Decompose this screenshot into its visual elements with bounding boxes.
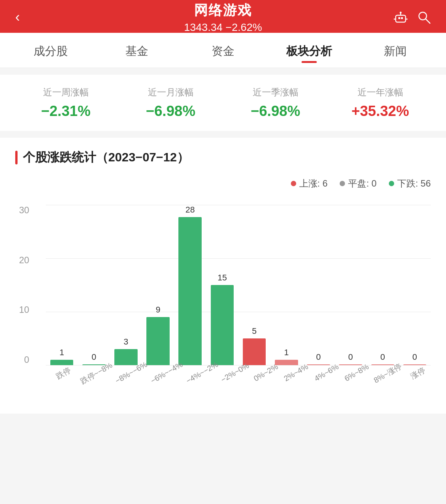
stats-title: 个股涨跌统计（2023−07−12） (15, 149, 431, 166)
bar-group: 3 (110, 205, 142, 365)
search-icon[interactable] (417, 10, 431, 24)
header-subtitle: 1343.34 −2.62% (184, 21, 262, 34)
header-right (393, 10, 431, 24)
svg-point-4 (400, 12, 402, 14)
perf-quarter: 近一季涨幅 −6.98% (225, 86, 326, 119)
perf-year: 近一年涨幅 +35.32% (330, 86, 431, 119)
bar-value-label: 5 (252, 326, 257, 336)
header: ‹ 网络游戏 1343.34 −2.62% (0, 0, 446, 33)
legend-down: 下跌: 56 (389, 177, 431, 190)
bar-rect (307, 364, 330, 365)
legend-up: 上涨: 6 (291, 177, 328, 190)
bar-value-label: 15 (218, 273, 227, 283)
legend-down-dot (389, 181, 394, 186)
perf-week-label: 近一周涨幅 (15, 86, 116, 98)
bar-value-label: 0 (91, 352, 96, 362)
robot-icon[interactable] (393, 10, 408, 24)
perf-year-label: 近一年涨幅 (330, 86, 431, 98)
y-label-20: 20 (19, 255, 29, 266)
bar-value-label: 0 (348, 352, 353, 362)
svg-line-8 (426, 19, 430, 23)
tab-bar: 成分股 基金 资金 板块分析 新闻 (0, 33, 446, 68)
header-left: ‹ (15, 9, 20, 25)
perf-year-value: +35.32% (330, 103, 431, 119)
bar-value-label: 1 (284, 348, 289, 357)
bar-rect (178, 217, 202, 365)
bar-value-label: 28 (186, 205, 195, 215)
back-button[interactable]: ‹ (15, 9, 20, 25)
x-labels: 跌停跌停~−8%−8%~−6%−6%~−4%−4%~−2%−2%~0%0%~2%… (46, 369, 431, 379)
legend-flat: 平盘: 0 (340, 177, 377, 190)
perf-month: 近一月涨幅 −6.98% (120, 86, 221, 119)
performance-grid: 近一周涨幅 −2.31% 近一月涨幅 −6.98% 近一季涨幅 −6.98% 近… (15, 86, 431, 119)
svg-rect-1 (398, 17, 400, 19)
bar-value-label: 0 (412, 352, 417, 362)
perf-quarter-value: −6.98% (225, 103, 326, 119)
bar-group: 0 (78, 205, 110, 365)
bar-group: 1 (270, 205, 302, 365)
bar-group: 0 (302, 205, 334, 365)
svg-point-7 (419, 12, 427, 20)
bar-chart: 30 20 10 0 10392815510000 跌停跌停~−8%−8%~−6… (15, 197, 431, 402)
y-label-0: 0 (19, 354, 29, 365)
tab-sector-analysis[interactable]: 板块分析 (266, 33, 352, 68)
bar-group: 0 (335, 205, 367, 365)
bars-wrapper: 10392815510000 (46, 205, 431, 365)
page-title: 网络游戏 (184, 1, 262, 20)
performance-section: 近一周涨幅 −2.31% 近一月涨幅 −6.98% 近一季涨幅 −6.98% 近… (0, 75, 446, 131)
bar-rect (339, 364, 362, 365)
y-axis: 30 20 10 0 (19, 205, 29, 365)
bar-group: 1 (46, 205, 78, 365)
bar-rect (114, 349, 138, 365)
tab-capital[interactable]: 资金 (180, 33, 266, 68)
svg-rect-0 (396, 15, 406, 22)
bar-group: 0 (367, 205, 399, 365)
legend-flat-label: 平盘: 0 (348, 177, 377, 190)
bar-value-label: 0 (380, 352, 385, 362)
tab-component-stocks[interactable]: 成分股 (8, 33, 94, 68)
bar-group: 15 (206, 205, 238, 365)
legend-down-label: 下跌: 56 (397, 177, 431, 190)
y-label-10: 10 (19, 304, 29, 315)
bar-rect (371, 364, 395, 365)
perf-month-value: −6.98% (120, 103, 221, 119)
svg-rect-2 (401, 17, 403, 19)
tab-funds[interactable]: 基金 (94, 33, 180, 68)
tab-news[interactable]: 新闻 (352, 33, 438, 68)
bar-rect (211, 285, 234, 365)
perf-month-label: 近一月涨幅 (120, 86, 221, 98)
perf-week: 近一周涨幅 −2.31% (15, 86, 116, 119)
header-center: 网络游戏 1343.34 −2.62% (184, 1, 262, 34)
perf-quarter-label: 近一季涨幅 (225, 86, 326, 98)
bar-group: 0 (399, 205, 431, 365)
legend-up-label: 上涨: 6 (299, 177, 328, 190)
legend-up-dot (291, 181, 296, 186)
bar-rect (146, 317, 170, 365)
legend-flat-dot (340, 181, 345, 186)
bar-value-label: 1 (59, 348, 64, 357)
bar-group: 9 (142, 205, 174, 365)
bar-value-label: 3 (124, 337, 128, 347)
bar-value-label: 0 (316, 352, 321, 362)
bar-value-label: 9 (156, 305, 160, 315)
stats-section: 个股涨跌统计（2023−07−12） 上涨: 6 平盘: 0 下跌: 56 30… (0, 138, 446, 414)
y-label-30: 30 (19, 205, 29, 216)
perf-week-value: −2.31% (15, 103, 116, 119)
bar-group: 28 (174, 205, 206, 365)
chart-area: 30 20 10 0 10392815510000 (46, 205, 431, 365)
bar-group: 5 (238, 205, 270, 365)
chart-legend: 上涨: 6 平盘: 0 下跌: 56 (15, 177, 431, 190)
